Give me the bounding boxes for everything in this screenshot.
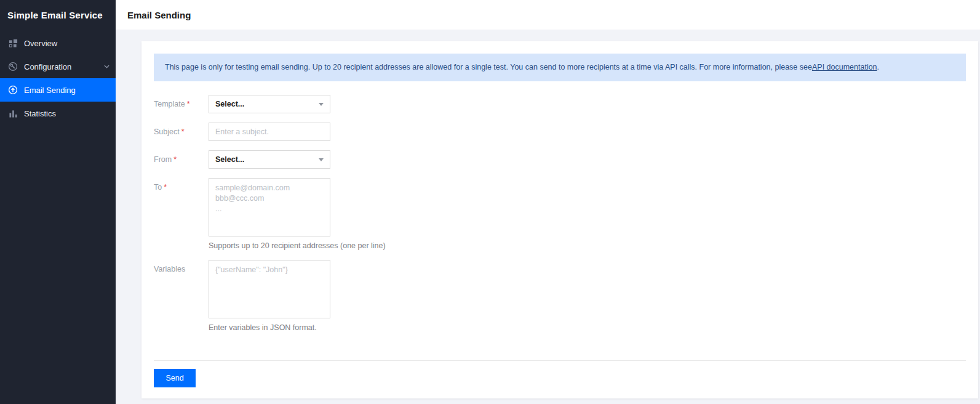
sidebar-item-label: Statistics [24, 109, 56, 118]
info-banner: This page is only for testing email send… [154, 54, 966, 81]
sidebar-item-label: Email Sending [24, 86, 76, 95]
field-label: To* [154, 178, 209, 251]
field-label: From* [154, 150, 209, 169]
from-select-value: Select... [215, 155, 244, 164]
chevron-down-icon [319, 103, 324, 106]
grid-icon [8, 38, 18, 48]
chevron-down-icon [319, 158, 324, 161]
send-icon [8, 85, 18, 95]
form-row-variables: Variables Enter variables in JSON format… [154, 260, 966, 333]
sidebar-item-configuration[interactable]: Configuration [0, 55, 116, 78]
template-select-value: Select... [215, 100, 244, 108]
content-area: This page is only for testing email send… [116, 30, 980, 404]
field-control: Select... [209, 95, 966, 113]
field-control: Enter variables in JSON format. [209, 260, 966, 333]
to-label: To [154, 183, 162, 192]
required-asterisk: * [173, 155, 177, 164]
template-label: Template [154, 100, 185, 108]
form-row-template: Template* Select... [154, 95, 966, 113]
sidebar-item-label: Overview [24, 39, 57, 48]
bar-chart-icon [8, 108, 18, 118]
app-title: Simple Email Service [0, 0, 116, 29]
template-select[interactable]: Select... [209, 95, 330, 113]
page-title: Email Sending [127, 10, 191, 20]
chevron-down-icon [104, 65, 110, 68]
main-area: Email Sending This page is only for test… [116, 0, 980, 404]
form-divider [154, 360, 966, 361]
to-textarea[interactable] [209, 178, 330, 236]
banner-text-end: . [877, 54, 879, 81]
subject-input[interactable] [209, 123, 330, 141]
variables-label: Variables [154, 265, 185, 273]
required-asterisk: * [187, 100, 190, 108]
send-button[interactable]: Send [154, 369, 196, 387]
form-row-to: To* Supports up to 20 recipient addresse… [154, 178, 966, 251]
from-label: From [154, 155, 172, 164]
field-control [209, 123, 966, 141]
from-select[interactable]: Select... [209, 150, 330, 169]
page-header: Email Sending [116, 0, 980, 30]
required-asterisk: * [181, 127, 185, 136]
sidebar: Simple Email Service Overview [0, 0, 116, 404]
subject-label: Subject [154, 127, 180, 136]
sidebar-item-statistics[interactable]: Statistics [0, 102, 116, 125]
field-control: Select... [209, 150, 966, 169]
app-window: Simple Email Service Overview [0, 0, 980, 404]
email-sending-card: This page is only for testing email send… [141, 41, 978, 398]
to-helper-text: Supports up to 20 recipient addresses (o… [209, 241, 966, 251]
wrench-icon [8, 62, 18, 71]
form-row-subject: Subject* [154, 123, 966, 141]
variables-textarea[interactable] [209, 260, 330, 318]
api-documentation-link[interactable]: API documentation [812, 54, 877, 81]
sidebar-item-overview[interactable]: Overview [0, 31, 116, 55]
banner-text: This page is only for testing email send… [165, 54, 812, 81]
field-label: Variables [154, 260, 209, 333]
form-row-from: From* Select... [154, 150, 966, 169]
field-label: Subject* [154, 123, 209, 141]
variables-helper-text: Enter variables in JSON format. [209, 323, 966, 333]
send-test-form: Template* Select... Subject* [154, 95, 966, 333]
field-control: Supports up to 20 recipient addresses (o… [209, 178, 966, 251]
field-label: Template* [154, 95, 209, 113]
sidebar-item-label: Configuration [24, 62, 71, 71]
required-asterisk: * [164, 183, 167, 192]
sidebar-nav: Overview Configuration [0, 31, 116, 125]
sidebar-item-email-sending[interactable]: Email Sending [0, 78, 116, 102]
